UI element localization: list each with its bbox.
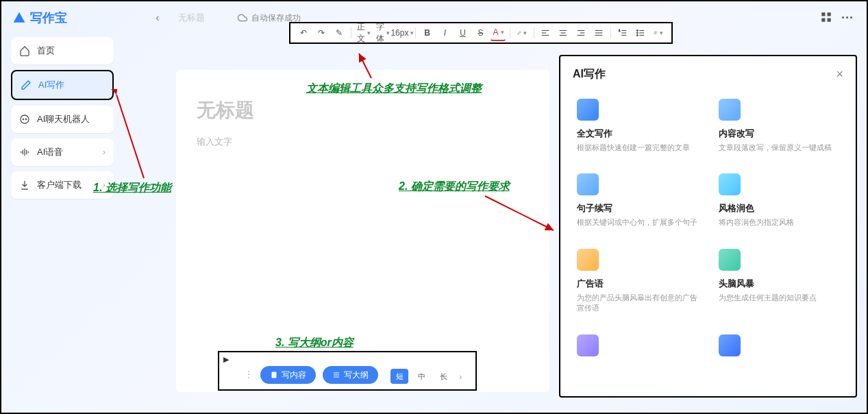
paragraph-select[interactable]: 正文 [356,25,372,41]
chevron-right-icon[interactable]: › [459,372,462,382]
highlight-button[interactable] [514,25,530,41]
ai-card-adcopy[interactable]: 广告语 为您的产品头脑风暴出有创意的广告宣传语 [573,243,702,319]
ad-icon [577,249,599,271]
ai-card-title: 广告语 [577,278,698,290]
write-outline-button[interactable]: 写大纲 [323,366,378,384]
sidebar: 首页 AI写作 AI聊天机器人 AI语音 › 客户端下载 › [11,37,114,199]
editor-area[interactable]: 无标题 输入文字 [176,70,549,392]
doc-title-ghost: 无标题 [178,12,205,24]
ai-card-title: 风格润色 [719,202,840,215]
length-long[interactable]: 长 [434,369,452,384]
top-nav: ‹ 无标题 自动保存成功 [149,10,301,26]
write-content-button[interactable]: 写内容 [260,366,316,384]
top-right-icons [820,11,854,23]
back-button[interactable]: ‹ [149,10,166,26]
list-icon [332,371,340,379]
length-select-group: 短 中 长 › [390,369,462,384]
logo-icon [12,11,26,25]
ai-card-extra-2[interactable] [715,329,844,369]
bold-button[interactable]: B [419,25,434,41]
format-clear-button[interactable]: ✎ [332,25,347,41]
ai-card-brainstorm[interactable]: 头脑风暴 为您生成任何主题的知识要点 [715,243,844,319]
more-format-button[interactable] [651,25,666,41]
app-logo: 写作宝 [12,10,67,26]
svg-point-6 [25,119,26,119]
align-center-button[interactable] [556,25,571,41]
ai-card-title: 句子续写 [577,202,698,215]
download-icon [19,180,30,191]
sidebar-item-home[interactable]: 首页 [11,37,114,64]
undo-button[interactable]: ↶ [296,25,311,41]
svg-point-33 [636,35,638,36]
chat-icon [19,114,30,125]
ai-card-full-writing[interactable]: 全文写作 根据标题快速创建一篇完整的文章 [573,93,702,158]
list-unordered-button[interactable] [633,25,648,41]
write-content-label: 写内容 [282,369,306,381]
list-ordered-button[interactable]: 1 [615,25,630,41]
body-placeholder[interactable]: 输入文字 [197,136,529,148]
brainstorm-icon [719,249,741,271]
doc-icon [270,371,278,379]
rewrite-icon [719,99,741,121]
align-justify-button[interactable] [591,25,606,41]
voice-icon [19,147,30,158]
polish-icon [719,173,741,195]
title-placeholder[interactable]: 无标题 [197,97,529,123]
extra-icon [577,334,599,356]
ai-card-rewrite[interactable]: 内容改写 文章段落改写，保留原义一键成稿 [715,93,844,158]
drag-handle-icon[interactable]: ⋮ [244,369,253,380]
sidebar-item-label: AI写作 [38,79,64,91]
length-short[interactable]: 短 [390,369,408,384]
svg-line-41 [116,95,144,178]
home-icon [19,45,30,56]
ai-writing-panel: AI写作 × 全文写作 根据标题快速创建一篇完整的文章 内容改写 文章段落改写，… [559,55,857,398]
svg-point-32 [636,32,638,34]
svg-rect-3 [828,19,831,22]
app-name: 写作宝 [30,10,67,26]
align-right-button[interactable] [573,25,588,41]
ai-panel-title: AI写作 [573,67,606,82]
svg-rect-0 [821,12,825,16]
svg-point-31 [636,30,638,32]
pencil-icon [21,80,32,90]
sidebar-item-label: AI语音 [37,146,63,158]
text-color-button[interactable]: A [491,25,506,41]
italic-button[interactable]: I [437,25,452,41]
doc-icon [577,99,599,121]
ai-card-continue[interactable]: 句子续写 根据关键词或中心句，扩展多个句子 [573,168,702,233]
close-icon[interactable]: × [836,67,843,82]
svg-rect-2 [821,19,825,22]
chevron-right-icon: › [103,147,106,157]
svg-point-5 [23,119,23,119]
ai-card-desc: 将内容润色为指定风格 [719,217,840,228]
svg-rect-1 [828,12,831,16]
ai-card-desc: 文章段落改写，保留原义一键成稿 [719,143,840,153]
continue-icon [577,173,599,195]
align-left-button[interactable] [538,25,553,41]
length-mid[interactable]: 中 [412,369,430,384]
redo-button[interactable]: ↷ [314,25,329,41]
ai-card-title: 头脑风暴 [719,278,840,290]
sidebar-item-ai-writing[interactable]: AI写作 [11,70,114,100]
svg-point-4 [21,115,29,123]
underline-button[interactable]: U [455,25,470,41]
more-icon[interactable] [842,11,854,23]
sidebar-item-label: 客户端下载 [37,179,82,191]
strike-button[interactable]: S [473,25,488,41]
annotation-arrow-1 [111,89,152,185]
cloud-icon [238,13,247,23]
ai-card-desc: 为您的产品头脑风暴出有创意的广告宣传语 [577,293,698,314]
sidebar-item-download[interactable]: 客户端下载 › [11,171,114,199]
sidebar-item-ai-voice[interactable]: AI语音 › [11,138,114,166]
play-icon[interactable]: ▶ [223,355,229,364]
font-select[interactable]: 字体 [375,25,391,41]
ai-card-extra-1[interactable] [573,329,702,369]
ai-card-desc: 根据关键词或中心句，扩展多个句子 [577,217,698,228]
extra-icon [719,334,741,356]
apps-grid-icon[interactable] [820,11,832,23]
ai-card-polish[interactable]: 风格润色 将内容润色为指定风格 [715,168,844,233]
sidebar-item-label: AI聊天机器人 [37,113,90,125]
sidebar-item-ai-chatbot[interactable]: AI聊天机器人 [11,106,114,133]
content-action-bar: ▶ ⋮ 写内容 写大纲 短 中 长 › [218,351,477,391]
fontsize-select[interactable]: 16px [394,25,411,41]
